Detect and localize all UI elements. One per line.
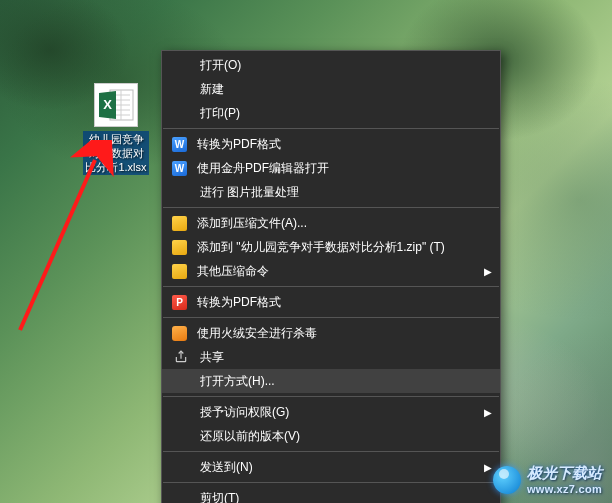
svg-line-9 <box>20 160 95 330</box>
menu-item-convert-pdf-2[interactable]: P 转换为PDF格式 <box>162 290 500 314</box>
pdf-red-icon: P <box>172 295 187 310</box>
watermark-url: www.xz7.com <box>527 483 602 495</box>
annotation-arrow-to-file <box>0 140 170 340</box>
context-menu: 打开(O) 新建 打印(P) W 转换为PDF格式 W 使用金舟PDF编辑器打开… <box>161 50 501 503</box>
blank-icon <box>172 458 190 476</box>
chevron-right-icon: ▶ <box>482 462 492 473</box>
menu-item-previous-versions[interactable]: 还原以前的版本(V) <box>162 424 500 448</box>
blank-icon <box>172 104 190 122</box>
blank-icon <box>172 403 190 421</box>
pdf-blue-icon: W <box>172 161 187 176</box>
menu-item-other-archive[interactable]: 其他压缩命令 ▶ <box>162 259 500 283</box>
archive-icon <box>172 240 187 255</box>
archive-icon <box>172 216 187 231</box>
menu-item-share[interactable]: 共享 <box>162 345 500 369</box>
menu-item-grant-access[interactable]: 授予访问权限(G) ▶ <box>162 400 500 424</box>
menu-item-open-with[interactable]: 打开方式(H)... <box>162 369 500 393</box>
blank-icon <box>172 372 190 390</box>
archive-icon <box>172 264 187 279</box>
chevron-right-icon: ▶ <box>482 266 492 277</box>
chevron-right-icon: ▶ <box>482 407 492 418</box>
menu-item-add-zip-named[interactable]: 添加到 "幼儿园竞争对手数据对比分析1.zip" (T) <box>162 235 500 259</box>
menu-separator <box>163 317 499 318</box>
menu-item-convert-pdf-1[interactable]: W 转换为PDF格式 <box>162 132 500 156</box>
menu-separator <box>163 207 499 208</box>
desktop-wallpaper: X 幼儿园竞争对手数据对比分析1.xlsx 打开(O) 新建 <box>0 0 612 503</box>
blank-icon <box>172 80 190 98</box>
menu-item-new[interactable]: 新建 <box>162 77 500 101</box>
menu-item-send-to[interactable]: 发送到(N) ▶ <box>162 455 500 479</box>
pdf-blue-icon: W <box>172 137 187 152</box>
menu-separator <box>163 482 499 483</box>
blank-icon <box>172 489 190 503</box>
menu-item-print[interactable]: 打印(P) <box>162 101 500 125</box>
menu-item-cut[interactable]: 剪切(T) <box>162 486 500 503</box>
menu-item-jinzhou-pdf[interactable]: W 使用金舟PDF编辑器打开 <box>162 156 500 180</box>
menu-item-add-archive[interactable]: 添加到压缩文件(A)... <box>162 211 500 235</box>
menu-separator <box>163 451 499 452</box>
menu-separator <box>163 128 499 129</box>
blank-icon <box>172 56 190 74</box>
blank-icon <box>172 183 190 201</box>
menu-item-huorong-scan[interactable]: 使用火绒安全进行杀毒 <box>162 321 500 345</box>
watermark: 极光下载站 www.xz7.com <box>493 464 602 495</box>
excel-file-icon: X <box>94 83 138 127</box>
menu-item-batch-image[interactable]: 进行 图片批量处理 <box>162 180 500 204</box>
huorong-icon <box>172 326 187 341</box>
menu-item-open[interactable]: 打开(O) <box>162 53 500 77</box>
blank-icon <box>172 427 190 445</box>
watermark-text: 极光下载站 <box>527 464 602 483</box>
share-icon <box>172 348 190 366</box>
menu-separator <box>163 396 499 397</box>
watermark-logo-icon <box>493 466 521 494</box>
svg-text:X: X <box>103 97 112 112</box>
menu-separator <box>163 286 499 287</box>
